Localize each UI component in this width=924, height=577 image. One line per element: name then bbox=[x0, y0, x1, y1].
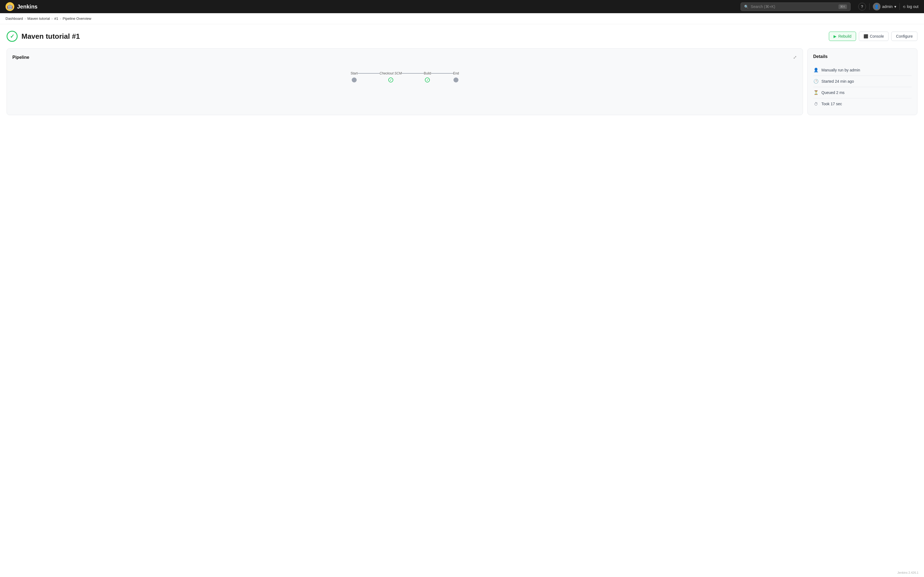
search-icon: 🔍 bbox=[744, 5, 748, 9]
search-wrapper: 🔍 ⌘K bbox=[741, 2, 851, 11]
breadcrumb-sep-1: › bbox=[25, 17, 26, 21]
pipeline-node-end: End bbox=[453, 71, 459, 82]
breadcrumb-sep-2: › bbox=[52, 17, 53, 21]
node-label-end: End bbox=[453, 71, 459, 75]
hourglass-icon: ⏳ bbox=[813, 90, 819, 95]
breadcrumb: Dashboard › Maven tutorial › #1 › Pipeli… bbox=[0, 13, 924, 24]
details-card: Details 👤 Manually run by admin 🕐 Starte… bbox=[808, 48, 918, 115]
breadcrumb-sep-3: › bbox=[60, 17, 61, 21]
connector-3 bbox=[431, 73, 453, 74]
header-actions: ▶ Rebuild ⬛ Console Configure bbox=[829, 32, 918, 41]
breadcrumb-build-number[interactable]: #1 bbox=[54, 16, 58, 21]
main-content: ✓ Maven tutorial #1 ▶ Rebuild ⬛ Console … bbox=[0, 24, 924, 122]
expand-pipeline-button[interactable]: ⤢ bbox=[793, 54, 797, 60]
connector-1 bbox=[357, 73, 380, 74]
configure-label: Configure bbox=[896, 34, 913, 39]
node-label-start: Start bbox=[351, 71, 357, 75]
connector-2 bbox=[402, 73, 424, 74]
detail-item-queued: ⏳ Queued 2 ms bbox=[813, 87, 912, 98]
page-header: ✓ Maven tutorial #1 ▶ Rebuild ⬛ Console … bbox=[6, 31, 918, 42]
logout-label: log out bbox=[907, 5, 919, 9]
rebuild-label: Rebuild bbox=[838, 34, 851, 39]
navbar: 🤖 Jenkins 🔍 ⌘K ? 👤 admin ▾ ⎋ log out bbox=[0, 0, 924, 13]
brand-logo[interactable]: 🤖 Jenkins bbox=[5, 2, 37, 11]
cards-row: Pipeline ⤢ Start Checkout SCM ✓ bbox=[6, 48, 918, 115]
node-label-build: Build bbox=[424, 71, 431, 75]
navbar-right: ? 👤 admin ▾ ⎋ log out bbox=[858, 3, 919, 10]
search-input[interactable] bbox=[751, 5, 837, 9]
console-label: Console bbox=[870, 34, 884, 39]
node-circle-checkout: ✓ bbox=[388, 77, 393, 82]
help-icon: ? bbox=[861, 5, 864, 9]
breadcrumb-maven-tutorial[interactable]: Maven tutorial bbox=[27, 16, 50, 21]
detail-text-queued: Queued 2 ms bbox=[821, 90, 845, 95]
details-card-header: Details bbox=[813, 54, 912, 59]
jenkins-logo-icon: 🤖 bbox=[5, 2, 14, 11]
detail-item-user: 👤 Manually run by admin bbox=[813, 64, 912, 76]
pipeline-node-start: Start bbox=[351, 71, 357, 82]
pipeline-visualization: Start Checkout SCM ✓ Build ✓ bbox=[12, 66, 797, 88]
node-label-checkout: Checkout SCM bbox=[380, 71, 402, 75]
node-circle-start bbox=[352, 77, 357, 82]
page-title-area: ✓ Maven tutorial #1 bbox=[6, 31, 80, 42]
node-circle-end bbox=[454, 77, 459, 82]
detail-item-started: 🕐 Started 24 min ago bbox=[813, 76, 912, 87]
configure-button[interactable]: Configure bbox=[891, 32, 918, 41]
clock-icon: 🕐 bbox=[813, 79, 819, 84]
pipeline-card-header: Pipeline ⤢ bbox=[12, 54, 797, 60]
detail-item-took: ⏱ Took 17 sec bbox=[813, 98, 912, 110]
details-card-title: Details bbox=[813, 54, 827, 59]
pipeline-card-title: Pipeline bbox=[12, 55, 29, 60]
rebuild-play-icon: ▶ bbox=[834, 34, 837, 39]
page-title: Maven tutorial #1 bbox=[21, 32, 80, 41]
chevron-down-icon: ▾ bbox=[894, 5, 896, 9]
rebuild-button[interactable]: ▶ Rebuild bbox=[829, 32, 856, 41]
brand-name: Jenkins bbox=[17, 3, 37, 10]
console-icon: ⬛ bbox=[864, 34, 868, 39]
timer-icon: ⏱ bbox=[813, 101, 819, 106]
breadcrumb-dashboard[interactable]: Dashboard bbox=[5, 16, 23, 21]
breadcrumb-current: Pipeline Overview bbox=[63, 16, 91, 21]
navbar-divider-2 bbox=[900, 3, 900, 10]
pipeline-card: Pipeline ⤢ Start Checkout SCM ✓ bbox=[6, 48, 803, 115]
console-button[interactable]: ⬛ Console bbox=[859, 32, 888, 41]
person-icon: 👤 bbox=[813, 67, 819, 73]
logout-icon: ⎋ bbox=[903, 5, 905, 9]
pipeline-node-checkout: Checkout SCM ✓ bbox=[380, 71, 402, 82]
build-status-icon: ✓ bbox=[6, 31, 18, 42]
detail-text-user: Manually run by admin bbox=[821, 68, 860, 72]
detail-text-started: Started 24 min ago bbox=[821, 79, 854, 84]
logout-button[interactable]: ⎋ log out bbox=[903, 5, 919, 9]
help-button[interactable]: ? bbox=[858, 3, 866, 10]
user-avatar-icon: 👤 bbox=[873, 3, 880, 10]
search-shortcut: ⌘K bbox=[838, 5, 847, 9]
user-name: admin bbox=[882, 5, 893, 9]
pipeline-node-build: Build ✓ bbox=[424, 71, 431, 82]
pipeline-track: Start Checkout SCM ✓ Build ✓ bbox=[351, 71, 459, 82]
user-menu[interactable]: 👤 admin ▾ bbox=[873, 3, 896, 10]
search-area: 🔍 ⌘K bbox=[741, 2, 851, 11]
node-circle-build: ✓ bbox=[425, 77, 430, 82]
detail-text-took: Took 17 sec bbox=[821, 102, 842, 106]
